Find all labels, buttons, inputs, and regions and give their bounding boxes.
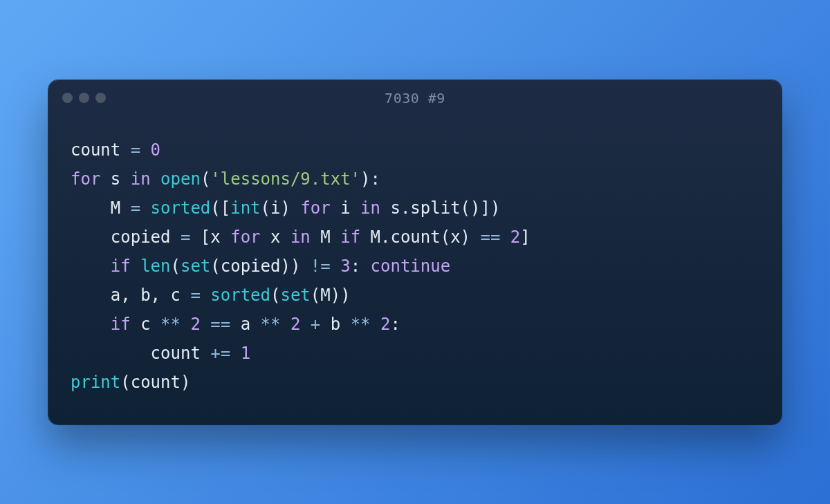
code-token: ** [160,315,181,334]
code-token: 2 [190,315,200,334]
code-token [71,256,111,276]
code-token: 2 [380,315,390,334]
code-token: 2 [510,227,520,247]
code-token: if [111,256,131,276]
code-token: sorted [210,286,270,305]
code-block: count = 0for s in open('lessons/9.txt'):… [48,116,782,397]
code-token: i [331,198,360,218]
close-icon[interactable] [62,93,73,103]
code-token: copied [71,227,181,247]
code-token: (copied)) [210,256,311,276]
traffic-lights [62,93,106,103]
code-line: if len(set(copied)) != 3: continue [71,252,759,281]
code-token: set [181,256,210,276]
code-token: sorted [151,198,211,218]
code-token: ( [270,286,280,305]
code-line: if c ** 2 == a ** 2 + b ** 2: [71,310,759,339]
code-token: M.count(x) [360,227,480,247]
code-token: ** [261,315,281,334]
code-token [201,315,210,334]
code-token: M [311,227,340,247]
code-token: s.split()]) [380,198,500,218]
code-token: 0 [151,140,160,160]
code-token: = [181,227,190,247]
code-line: copied = [x for x in M if M.count(x) == … [71,223,759,252]
code-token: int [230,198,260,218]
code-token: in [290,227,311,247]
code-token [500,227,510,247]
code-token: set [280,286,310,305]
code-token: b [320,315,350,334]
code-token: 3 [340,256,350,276]
code-token: ( [171,256,181,276]
code-token: len [140,256,170,276]
minimize-icon[interactable] [79,93,89,103]
code-token: in [131,169,151,189]
code-token: s [100,169,130,189]
code-token [281,315,290,334]
window-title: 7030 #9 [48,90,782,106]
code-token: += [210,344,230,363]
code-token [140,140,150,160]
code-token: 'lessons/9.txt' [210,169,360,189]
code-token: ( [201,169,210,189]
code-token [331,256,340,276]
code-token: for [71,169,100,189]
code-line: M = sorted([int(i) for i in s.split()]) [71,194,759,223]
code-token: != [311,256,331,276]
code-token: + [311,315,320,334]
code-token: c [131,315,160,334]
code-token: == [210,315,230,334]
code-token: [x [190,227,230,247]
code-token [201,286,210,305]
code-token: a, b, c [71,286,190,305]
code-line: count += 1 [71,339,759,368]
code-line: a, b, c = sorted(set(M)) [71,281,759,310]
code-token [230,344,240,363]
code-token: (i) [261,198,301,218]
code-token [131,256,140,276]
code-token: count [71,344,210,363]
code-token [300,315,310,334]
code-token [371,315,380,334]
code-line: for s in open('lessons/9.txt'): [71,165,759,194]
code-token: print [71,373,120,392]
window-titlebar: 7030 #9 [48,80,782,116]
code-token: M [71,198,131,218]
code-token: open [160,169,201,189]
code-token: : [351,256,371,276]
code-token: 1 [241,344,250,363]
code-token: (count) [120,373,190,392]
code-token: ([ [210,198,230,218]
code-token [71,315,111,334]
code-token: == [480,227,500,247]
code-token: ): [360,169,380,189]
code-token: ] [520,227,530,247]
code-window: 7030 #9 count = 0for s in open('lessons/… [48,80,782,424]
code-token [151,169,160,189]
code-token: x [261,227,290,247]
code-token: for [300,198,330,218]
code-token [181,315,190,334]
code-token: for [230,227,260,247]
code-token: (M)) [311,286,351,305]
code-token: : [390,315,400,334]
code-token: 2 [290,315,300,334]
code-line: count = 0 [71,136,759,165]
code-token: in [360,198,380,218]
code-token: ** [351,315,371,334]
code-token: = [131,198,140,218]
code-line: print(count) [71,368,759,397]
code-token: count [71,140,131,160]
code-token: = [131,140,140,160]
code-token [140,198,150,218]
maximize-icon[interactable] [95,93,106,103]
code-token: if [340,227,360,247]
code-token: a [230,315,260,334]
code-token: = [190,286,200,305]
code-token: continue [371,256,451,276]
code-token: if [111,315,131,334]
